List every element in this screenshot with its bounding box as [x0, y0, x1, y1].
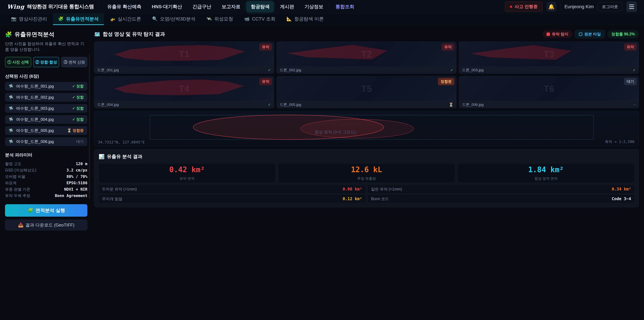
main-panel: 🗺️ 합성 영상 및 유막 탐지 결과 유막 탐지 원본 타일 정합률 96.2…: [94, 29, 639, 207]
tab-realtime-drone[interactable]: 🚁 실시간드론: [105, 14, 146, 25]
download-result-button[interactable]: 📥 결과 다운로드 (GeoTIFF): [5, 220, 88, 230]
divider: [98, 3, 98, 10]
puzzle-icon: 🧩: [27, 208, 33, 213]
satellite-icon: 🛰️: [206, 16, 212, 22]
oil-slick-polygon: [277, 42, 456, 67]
status-badge: ✓ 정합: [72, 84, 84, 89]
tile-footer: 드론_003.jpg ✓: [459, 67, 639, 74]
mosaic-tile[interactable]: T2 유막 드론_002.jpg ✓: [276, 42, 457, 74]
mosaic-tile[interactable]: T3 유막 드론_003.jpg ✓: [459, 42, 639, 74]
selected-photos-header: 선택된 사진 (6장): [5, 73, 88, 79]
status-badge: ✓ 정합: [72, 117, 84, 122]
detail-rainbow-sheen: 무지개 빛깔 0.12 km²: [98, 195, 366, 203]
nav-item-rescue[interactable]: 긴급구난: [188, 1, 216, 12]
incident-label: 사고 진행중: [514, 4, 538, 10]
drone-icon: 🛸: [9, 95, 13, 100]
nav-item-board[interactable]: 게시판: [276, 1, 298, 12]
status-badge: ✓ 정합: [72, 106, 84, 111]
menu-button[interactable]: [626, 1, 637, 12]
hourglass-icon: ⏳: [449, 103, 453, 107]
param-row: 좌표계 EPSG:5186: [5, 180, 88, 186]
puzzle-icon: 🧩: [5, 31, 12, 38]
param-row: 오버랩 비율 80% / 70%: [5, 173, 88, 180]
nav-item-weather[interactable]: 기상정보: [300, 1, 328, 12]
check-icon: ✓: [450, 68, 453, 72]
param-row: 유막 두께 추정 Bonn Agreement: [5, 192, 88, 199]
logout-button[interactable]: 로그아웃: [598, 2, 622, 11]
tile-image: T6 대기: [459, 76, 639, 101]
step-photo-select[interactable]: ① 사진 선택: [5, 57, 31, 67]
tile-footer: 드론_004.jpg ✓: [94, 101, 274, 108]
drone-icon: 🛸: [9, 139, 13, 144]
analysis-results-panel: 📊 유출유 분석 결과 0.42 km² 유막 면적 12.6 kL 추정 유출…: [94, 149, 639, 207]
camera-icon: 📷: [11, 16, 16, 22]
tab-oil-area-analysis[interactable]: 🧩 유출유면적분석: [53, 14, 104, 25]
drone-icon: 🛸: [9, 128, 13, 133]
puzzle-icon: 🧩: [58, 16, 64, 22]
tile-footer: 드론_005.jpg ⏳: [277, 101, 456, 108]
legend-group: 유막 탐지 원본 타일 정합률 96.2%: [542, 30, 639, 39]
mosaic-tile[interactable]: T1 유막 드론_001.jpg ✓: [94, 42, 274, 74]
photo-list: 🛸 여수항_드론_001.jpg ✓ 정합 🛸 여수항_드론_002.jpg ✓…: [5, 82, 88, 146]
photo-list-item[interactable]: 🛸 여수항_드론_001.jpg ✓ 정합: [5, 82, 88, 91]
nav-item-oil-spread[interactable]: 유출유 확산예측: [103, 1, 146, 12]
nav-item-hns[interactable]: HNS·대기확산: [148, 1, 186, 12]
bar-chart-icon: 📊: [98, 154, 104, 159]
tile-image: T2 유막: [277, 42, 456, 67]
param-row: 유종 판별 기준 NDVI + NIR: [5, 186, 88, 192]
photo-list-item[interactable]: 🛸 여수항_드론_006.jpg 대기: [5, 137, 88, 146]
tab-pollution-ship-3d[interactable]: 🔍 오염/선박3D분석: [147, 14, 200, 25]
oil-slick-polygon: [459, 42, 639, 67]
status-badge: 대기: [76, 139, 84, 144]
tab-cctv[interactable]: 📹 CCTV 조회: [239, 14, 280, 25]
notifications-button[interactable]: 🔔: [546, 2, 556, 12]
triangle-ruler-icon: 📐: [286, 16, 292, 22]
run-analysis-button[interactable]: 🧩 면적분석 실행: [5, 204, 88, 217]
app-logo: Wing 해양환경 위기대응 통합시스템: [7, 3, 94, 10]
param-row: 촬영 고도 120 m: [5, 161, 88, 167]
sidebar-scrollbar[interactable]: [89, 54, 90, 199]
sidebar-description: 단면 사진을 합성하여 유출유 확산 면적과 기름 양을 산정합니다.: [5, 41, 88, 52]
oil-slick-polygon: [94, 42, 274, 67]
tab-image-management[interactable]: 📷 영상사진관리: [6, 14, 52, 25]
result-card-composite-area: 1.84 km² 합성 영역 면적: [458, 163, 634, 183]
detail-thin-slick: 얇은 유막 (<1mm) 0.34 km²: [368, 185, 634, 193]
legend-match-rate: 정합률 96.2%: [607, 30, 639, 38]
detail-thick-slick: 두꺼운 유막 (>1mm) 0.08 km²: [98, 185, 366, 193]
hamburger-icon: [629, 5, 634, 5]
photo-list-item[interactable]: 🛸 여수항_드론_002.jpg ✓ 정합: [5, 93, 88, 102]
user-name: Eunjeong Kim: [564, 4, 594, 10]
composite-map[interactable]: 합성 영역 (3×2 그리드) 34.7312°N, 127.6845°E 축척…: [94, 111, 639, 147]
tile-status-badge: 유막: [259, 43, 272, 51]
mosaic-tile[interactable]: T4 유막 드론_004.jpg ✓: [94, 76, 274, 108]
nav-item-reports[interactable]: 보고자료: [217, 1, 245, 12]
bell-icon: 🔔: [548, 4, 554, 10]
status-badge: ⏳ 정합중: [67, 128, 84, 133]
nav-item-integrated-search[interactable]: 통합조회: [331, 1, 358, 12]
magnifier-icon: 🔍: [152, 16, 158, 22]
nav-item-aerial-search[interactable]: 항공탐색: [246, 1, 274, 12]
map-coordinates: 34.7312°N, 127.6845°E: [98, 140, 144, 144]
step-area-calc[interactable]: ③ 면적 산정: [61, 57, 88, 67]
mosaic-tile[interactable]: T5 정합중 드론_005.jpg ⏳: [276, 76, 457, 108]
check-icon: ✓: [268, 68, 271, 72]
drone-icon: 🛸: [9, 106, 13, 111]
step-stitch-compose[interactable]: ② 정합·합성: [33, 57, 59, 67]
analysis-params: 촬영 고도 120 m GSD (지상해상도) 3.2 cm/px 오버랩 비율…: [5, 161, 88, 199]
oil-slick-ellipses: [94, 111, 639, 146]
helicopter-icon: 🚁: [110, 16, 115, 22]
tab-satellite-request[interactable]: 🛰️ 위성요청: [202, 14, 238, 25]
photo-list-item[interactable]: 🛸 여수항_드론_003.jpg ✓ 정합: [5, 104, 88, 113]
mosaic-tile[interactable]: T6 대기 드론_006.jpg –: [459, 76, 639, 108]
check-icon: ✓: [633, 68, 636, 72]
tab-aerial-theory[interactable]: 📐 항공탐색 이론: [282, 14, 329, 25]
tile-image: T3 유막: [459, 42, 639, 67]
app-title: 해양환경 위기대응 통합시스템: [27, 3, 94, 10]
param-row: GSD (지상해상도) 3.2 cm/px: [5, 167, 88, 173]
main-title: 🗺️ 합성 영상 및 유막 탐지 결과: [94, 31, 165, 38]
oil-slick-polygon: [94, 76, 274, 101]
photo-list-item[interactable]: 🛸 여수항_드론_004.jpg ✓ 정합: [5, 115, 88, 124]
photo-list-item[interactable]: 🛸 여수항_드론_005.jpg ⏳ 정합중: [5, 126, 88, 135]
topbar-right: 사고 진행중 🔔 Eunjeong Kim 로그아웃: [505, 1, 637, 12]
workflow-steps: ① 사진 선택 ② 정합·합성 ③ 면적 산정: [5, 57, 88, 67]
